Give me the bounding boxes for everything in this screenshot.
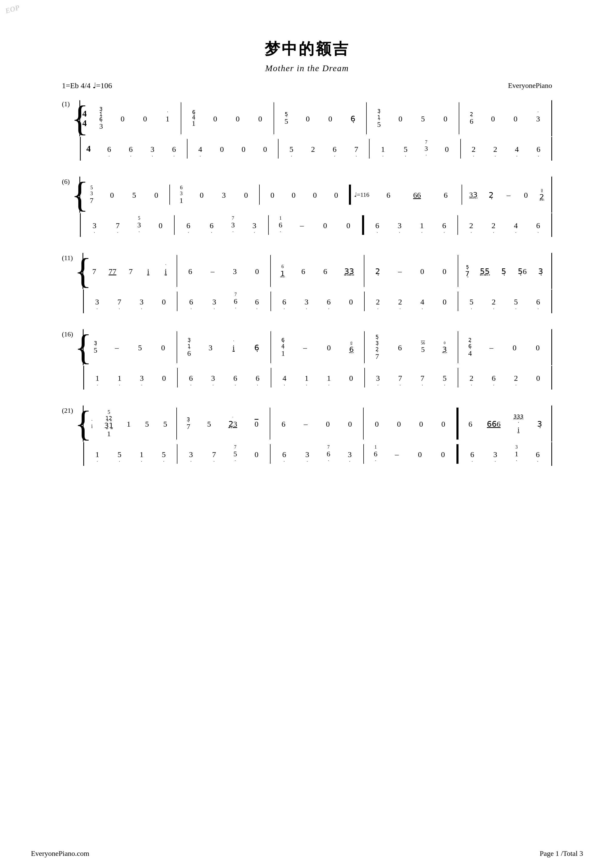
note: 5· — [403, 139, 409, 158]
measure-9-treble: 6 66 6 — [372, 185, 462, 205]
note: 0 — [512, 108, 519, 128]
note: 0 — [490, 108, 496, 128]
note: 2· — [471, 139, 477, 158]
measure-3-treble: 5̣ 5 0 0 6̣ — [274, 108, 366, 128]
publisher: EveryonePiano — [508, 81, 552, 90]
bass-staff-2: 3· 7· 5 3 · 0 — [71, 213, 552, 237]
note: 2· — [492, 139, 498, 158]
note: 0 — [262, 139, 268, 158]
note: 0 — [257, 108, 263, 128]
note: ·1 — [164, 108, 171, 128]
section-label-1: (1) — [62, 100, 70, 108]
note: 6· — [332, 139, 338, 158]
note: 7· — [353, 139, 359, 158]
treble-staff-3: { 7 77 7 i ·i — [74, 253, 552, 289]
note: 0 — [397, 108, 403, 128]
note: 0 — [327, 108, 333, 128]
footer-right: Page 1 /Total 3 — [540, 849, 583, 858]
note: 6· — [128, 139, 134, 158]
bass-staff-4: 1· 1· 3· 0 6· 3· 6· 6· — [74, 366, 552, 389]
note: 0 — [240, 139, 247, 158]
bass-measure-3: 5· 2 6· 7· — [279, 139, 369, 158]
measure-1-treble: 3̣ 1̣ 6̣ 3 0 0 ·1 — [89, 106, 181, 131]
bass-measure-1: 6· 6· 3· 6· — [96, 139, 187, 158]
note: 5 — [420, 108, 426, 128]
measure-7-treble: 6 3 1 0 3 0 — [170, 184, 259, 205]
score-section-4: (16) { 3̣ 5 – — [62, 329, 552, 390]
note: 0 — [142, 108, 148, 128]
key-tempo: 1=Eb 4/4 ♩=106 — [62, 81, 112, 90]
note: 0 — [235, 108, 241, 128]
bass-measure-4: 1· 5· 7 3 · 0 — [369, 139, 460, 158]
measure-5-treble: 2̣ 6 0 0 ·3 — [459, 108, 551, 128]
bass-measure-5: 2· 2· 4· 6· — [461, 139, 551, 158]
watermark: EOP — [5, 3, 20, 15]
note: 0 — [305, 108, 311, 128]
time-sig: 44 — [82, 109, 87, 128]
note: 0 — [219, 139, 225, 158]
treble-staff-4: { 3̣ 5 – 5 0 — [74, 329, 552, 365]
measure-6-treble: 5 3 7 0 5 0 — [80, 184, 169, 205]
note: 4· — [514, 139, 520, 158]
score-section-2: (6) { 5 3 — [62, 177, 552, 237]
brace-1: { — [71, 100, 79, 136]
note: 6· — [171, 139, 177, 158]
section-label-16: (16) — [62, 329, 73, 338]
note: 0 — [212, 108, 218, 128]
bass-staff-3: 3· 7· 3· 0 6· 3· 7 — [74, 290, 552, 313]
meta-row: 1=Eb 4/4 ♩=106 EveryonePiano — [62, 81, 552, 90]
bass-staff-5: 1· 5· 1· 5· 3· 7· 7 — [74, 442, 552, 466]
measure-2-treble: 6̣ 4̣ 1 0 0 0 — [181, 108, 273, 128]
measure-8-treble: 0 0 0 0 — [260, 185, 349, 205]
score-section-5: (21) { · i — [62, 406, 552, 467]
footer-left: EveryonePiano.com — [31, 849, 89, 858]
score-section-3: (11) { 7 77 7 i ·i — [62, 253, 552, 314]
section-label-6: (6) — [62, 177, 70, 186]
bass-staff-1: 4 6· 6· 3· 6· 4· — [71, 137, 552, 161]
note: 0 — [442, 108, 448, 128]
note: 2 — [310, 139, 316, 158]
score-section-1: (1) { 44 3̣ — [62, 100, 552, 161]
note: 3· — [149, 139, 155, 158]
page: EOP 梦中的额吉 Mother in the Dream 1=Eb 4/4 ♩… — [0, 0, 614, 868]
measure-4-treble: 3̣ 1̣ 5 0 5 0 — [367, 108, 459, 129]
footer: EveryonePiano.com Page 1 /Total 3 — [31, 849, 583, 858]
treble-staff-5: { · i 5 1̱2̱ 3̱1 — [74, 406, 552, 442]
note: ·3 — [535, 108, 541, 128]
note: 6· — [106, 139, 112, 158]
note: 0 — [444, 139, 450, 158]
bass-measure-2: 4· 0 0 0 — [188, 139, 278, 158]
title-chinese: 梦中的额吉 — [62, 39, 552, 60]
note: 4· — [197, 139, 203, 158]
tempo-116: ♩=116 — [354, 191, 369, 198]
section-label-11: (11) — [62, 253, 73, 262]
title-english: Mother in the Dream — [62, 64, 552, 73]
note: 5· — [288, 139, 295, 158]
note: 6̣ — [350, 108, 356, 128]
note: 1· — [380, 139, 386, 158]
section-label-21: (21) — [62, 406, 73, 415]
note: 0 — [119, 108, 126, 128]
note: 6· — [535, 139, 541, 158]
treble-staff-2: { 5 3 7 — [71, 177, 552, 213]
treble-staff-1: { 44 3̣ 1̣ 6̣ 3 — [71, 100, 552, 136]
measure-10-treble: 33̣ 2̣ – 0 0 2̣ — [462, 185, 551, 205]
